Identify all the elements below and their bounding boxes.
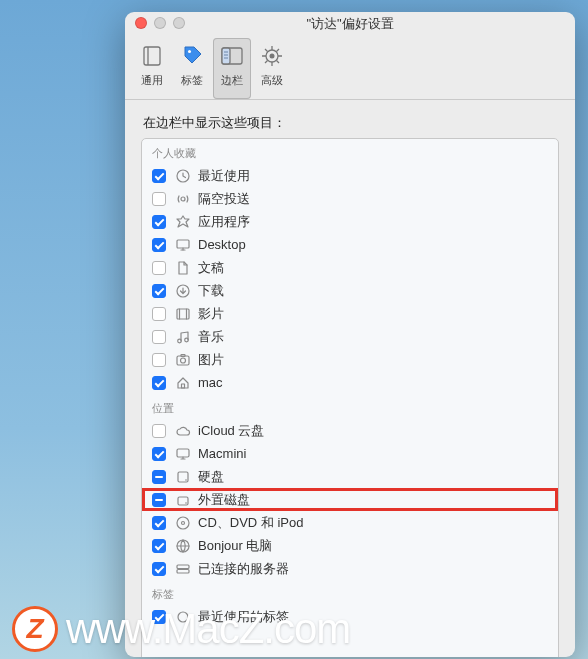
svg-point-35	[185, 479, 187, 481]
imac-icon	[174, 445, 192, 463]
svg-point-2	[188, 50, 191, 53]
general-icon	[138, 42, 166, 70]
list-item: 最近使用	[142, 164, 558, 187]
checkbox[interactable]	[152, 516, 166, 530]
movies-icon	[174, 305, 192, 323]
item-label: 最近使用的标签	[198, 608, 289, 626]
checkbox[interactable]	[152, 376, 166, 390]
preferences-window: "访达"偏好设置 通用 标签 边栏 高级 在边栏中显示这些项目： 个人收藏 最近…	[125, 12, 575, 657]
svg-rect-24	[177, 309, 189, 319]
traffic-lights	[135, 17, 185, 29]
list-item: 文稿	[142, 256, 558, 279]
item-label: CD、DVD 和 iPod	[198, 514, 303, 532]
checkbox[interactable]	[152, 261, 166, 275]
list-item: 下载	[142, 279, 558, 302]
list-item: mac	[142, 371, 558, 394]
section-heading: 在边栏中显示这些项目：	[143, 114, 559, 132]
list-item: 影片	[142, 302, 558, 325]
item-label: 最近使用	[198, 167, 250, 185]
toolbar-label: 通用	[141, 73, 163, 88]
toolbar-label: 边栏	[221, 73, 243, 88]
list-item: 音乐	[142, 325, 558, 348]
toolbar-tab-sidebar[interactable]: 边栏	[213, 38, 251, 99]
minimize-button[interactable]	[154, 17, 166, 29]
maximize-button[interactable]	[173, 17, 185, 29]
checkbox[interactable]	[152, 493, 166, 507]
item-label: 外置磁盘	[198, 491, 250, 509]
content-area: 在边栏中显示这些项目： 个人收藏 最近使用 隔空投送 应用程序 Desktop …	[125, 100, 575, 657]
checkbox[interactable]	[152, 610, 166, 624]
svg-rect-41	[177, 565, 189, 569]
section-header: 标签	[142, 580, 558, 605]
checkbox[interactable]	[152, 447, 166, 461]
list-item: 隔空投送	[142, 187, 558, 210]
list-item: Bonjour 电脑	[142, 534, 558, 557]
item-label: 应用程序	[198, 213, 250, 231]
toolbar-label: 标签	[181, 73, 203, 88]
item-label: mac	[198, 375, 223, 390]
checkbox[interactable]	[152, 192, 166, 206]
item-label: Bonjour 电脑	[198, 537, 272, 555]
svg-rect-0	[144, 47, 160, 65]
window-title: "访达"偏好设置	[133, 15, 567, 33]
external-icon	[174, 491, 192, 509]
toolbar-tab-general[interactable]: 通用	[133, 38, 171, 99]
item-label: 硬盘	[198, 468, 224, 486]
svg-point-19	[181, 197, 185, 201]
svg-line-14	[265, 49, 268, 52]
checkbox[interactable]	[152, 307, 166, 321]
tags-icon	[178, 42, 206, 70]
item-label: 已连接的服务器	[198, 560, 289, 578]
checkbox[interactable]	[152, 562, 166, 576]
checkbox[interactable]	[152, 215, 166, 229]
item-label: 文稿	[198, 259, 224, 277]
svg-line-16	[265, 61, 268, 64]
svg-rect-29	[177, 356, 189, 365]
advanced-icon	[258, 42, 286, 70]
server-icon	[174, 560, 192, 578]
list-item: 硬盘	[142, 465, 558, 488]
svg-point-39	[182, 521, 185, 524]
checkbox[interactable]	[152, 424, 166, 438]
toolbar-tab-tags[interactable]: 标签	[173, 38, 211, 99]
list-item: 最近使用的标签	[142, 605, 558, 628]
item-label: 图片	[198, 351, 224, 369]
list-item: Desktop	[142, 233, 558, 256]
documents-icon	[174, 259, 192, 277]
svg-point-9	[270, 54, 275, 59]
item-label: iCloud 云盘	[198, 422, 264, 440]
disk-icon	[174, 468, 192, 486]
checkbox[interactable]	[152, 330, 166, 344]
home-icon	[174, 374, 192, 392]
watermark-badge: Z	[12, 606, 58, 652]
tag-icon	[174, 608, 192, 626]
item-label: Desktop	[198, 237, 246, 252]
toolbar: 通用 标签 边栏 高级	[125, 34, 575, 100]
checkbox[interactable]	[152, 284, 166, 298]
checkbox[interactable]	[152, 238, 166, 252]
item-label: 音乐	[198, 328, 224, 346]
svg-rect-33	[177, 449, 189, 457]
toolbar-tab-advanced[interactable]: 高级	[253, 38, 291, 99]
apps-icon	[174, 213, 192, 231]
list-item: Macmini	[142, 442, 558, 465]
checkbox[interactable]	[152, 353, 166, 367]
checkbox[interactable]	[152, 539, 166, 553]
svg-point-37	[185, 502, 187, 504]
svg-rect-42	[177, 569, 189, 573]
list-item: 图片	[142, 348, 558, 371]
svg-line-17	[277, 49, 280, 52]
music-icon	[174, 328, 192, 346]
svg-point-27	[178, 339, 182, 343]
svg-rect-32	[182, 384, 185, 388]
list-item: 应用程序	[142, 210, 558, 233]
checkbox[interactable]	[152, 470, 166, 484]
checkbox[interactable]	[152, 169, 166, 183]
pictures-icon	[174, 351, 192, 369]
section-header: 位置	[142, 394, 558, 419]
item-label: 下载	[198, 282, 224, 300]
cloud-icon	[174, 422, 192, 440]
sidebar-icon	[218, 42, 246, 70]
sidebar-items-list: 个人收藏 最近使用 隔空投送 应用程序 Desktop 文稿 下载 影片 音乐	[141, 138, 559, 657]
close-button[interactable]	[135, 17, 147, 29]
